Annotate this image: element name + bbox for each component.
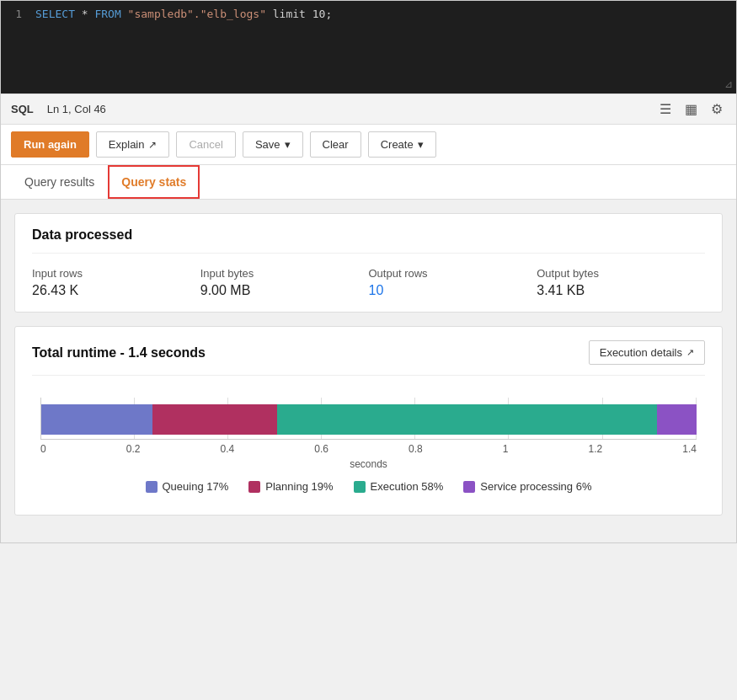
clear-button[interactable]: Clear — [310, 131, 361, 158]
table-icon-button[interactable]: ▦ — [681, 99, 701, 119]
status-icons: ☰ ▦ ⚙ — [656, 99, 726, 119]
metric-output-rows: Output rows 10 — [369, 267, 537, 298]
explain-button[interactable]: Explain ↗ — [96, 131, 170, 158]
exec-details-label: Execution details — [600, 346, 682, 359]
bar-execution — [277, 404, 657, 435]
legend-row: Queuing 17% Planning 19% Execution 58% S… — [32, 480, 705, 493]
axis-1: 1 — [503, 443, 509, 455]
metrics-row: Input rows 26.43 K Input bytes 9.00 MB O… — [32, 267, 705, 298]
exec-details-external-icon: ↗ — [686, 347, 694, 358]
save-label: Save — [255, 138, 280, 151]
explain-external-icon: ↗ — [148, 139, 157, 151]
metric-output-bytes-value: 3.41 KB — [537, 283, 705, 298]
metric-input-bytes-label: Input bytes — [200, 267, 369, 280]
axis-02: 0.2 — [126, 443, 141, 455]
legend-queuing: Queuing 17% — [146, 480, 229, 493]
save-dropdown-icon: ▾ — [285, 138, 291, 151]
legend-label-service: Service processing 6% — [480, 480, 591, 493]
bar-queuing — [41, 404, 152, 435]
line-number: 1 — [1, 1, 30, 94]
status-bar: SQL Ln 1, Col 46 ☰ ▦ ⚙ — [1, 94, 736, 125]
toolbar: Run again Explain ↗ Cancel Save ▾ Clear … — [1, 125, 736, 165]
metric-output-rows-value: 10 — [369, 283, 537, 298]
chart-grid — [40, 398, 697, 440]
editor-content[interactable]: SELECT * FROM "sampledb"."elb_logs" limi… — [30, 1, 736, 94]
tab-query-results-label: Query results — [24, 175, 94, 189]
code-table: "sampledb"."elb_logs" — [128, 8, 266, 20]
legend-label-queuing: Queuing 17% — [163, 480, 229, 493]
chart-axis: 0 0.2 0.4 0.6 0.8 1 1.2 1.4 — [40, 443, 697, 455]
cancel-button[interactable]: Cancel — [176, 131, 235, 158]
runtime-card: Total runtime - 1.4 seconds Execution de… — [14, 326, 723, 516]
create-label: Create — [381, 138, 414, 151]
code-limit: limit 10; — [273, 8, 332, 20]
legend-label-execution: Execution 58% — [371, 480, 444, 493]
metric-output-bytes-label: Output bytes — [537, 267, 705, 280]
axis-04: 0.4 — [221, 443, 235, 455]
metric-input-bytes-value: 9.00 MB — [200, 283, 369, 298]
content-area: Data processed Input rows 26.43 K Input … — [1, 200, 736, 542]
create-dropdown-icon: ▾ — [418, 138, 424, 151]
keyword-from: FROM — [94, 8, 120, 20]
tab-query-results[interactable]: Query results — [11, 165, 108, 199]
data-processed-title: Data processed — [32, 227, 705, 254]
runtime-header: Total runtime - 1.4 seconds Execution de… — [32, 340, 705, 376]
legend-color-planning — [248, 481, 260, 493]
explain-label: Explain — [109, 138, 145, 151]
run-again-button[interactable]: Run again — [11, 131, 89, 158]
axis-14: 1.4 — [682, 443, 697, 455]
bar-planning — [152, 404, 277, 435]
bars-container — [41, 404, 697, 433]
chart-axis-unit: seconds — [32, 458, 705, 470]
tab-query-stats-label: Query stats — [121, 175, 186, 189]
settings-icon-button[interactable]: ⚙ — [708, 99, 726, 119]
axis-0: 0 — [40, 443, 46, 455]
bar-service — [657, 404, 697, 435]
legend-service: Service processing 6% — [463, 480, 591, 493]
metric-input-bytes: Input bytes 9.00 MB — [200, 267, 369, 298]
legend-color-execution — [354, 481, 366, 493]
keyword-select: SELECT — [35, 8, 75, 20]
metric-output-bytes: Output bytes 3.41 KB — [537, 267, 705, 298]
legend-color-service — [463, 481, 475, 493]
metric-output-rows-label: Output rows — [369, 267, 537, 280]
resize-handle[interactable]: ⊿ — [724, 78, 733, 90]
legend-planning: Planning 19% — [248, 480, 333, 493]
save-button[interactable]: Save ▾ — [243, 131, 303, 158]
runtime-title: Total runtime - 1.4 seconds — [32, 345, 206, 361]
legend-execution: Execution 58% — [354, 480, 444, 493]
status-position: Ln 1, Col 46 — [47, 103, 106, 115]
main-container: 1 SELECT * FROM "sampledb"."elb_logs" li… — [0, 0, 737, 543]
metric-input-rows-value: 26.43 K — [32, 283, 200, 298]
create-button[interactable]: Create ▾ — [368, 131, 436, 158]
chart-container: 0 0.2 0.4 0.6 0.8 1 1.2 1.4 seconds Queu… — [32, 389, 705, 501]
data-processed-card: Data processed Input rows 26.43 K Input … — [14, 213, 723, 313]
execution-details-button[interactable]: Execution details ↗ — [589, 340, 705, 365]
axis-12: 1.2 — [589, 443, 603, 455]
editor-area[interactable]: 1 SELECT * FROM "sampledb"."elb_logs" li… — [1, 1, 736, 94]
status-language: SQL — [11, 103, 34, 115]
legend-label-planning: Planning 19% — [265, 480, 333, 493]
metric-input-rows: Input rows 26.43 K — [32, 267, 200, 298]
metric-input-rows-label: Input rows — [32, 267, 200, 280]
legend-color-queuing — [146, 481, 158, 493]
axis-06: 0.6 — [314, 443, 328, 455]
tab-query-stats[interactable]: Query stats — [108, 165, 200, 199]
tabs-bar: Query results Query stats — [1, 165, 736, 200]
status-left: SQL Ln 1, Col 46 — [11, 103, 106, 115]
format-icon-button[interactable]: ☰ — [656, 99, 675, 119]
code-star: * — [82, 8, 95, 20]
axis-08: 0.8 — [409, 443, 423, 455]
